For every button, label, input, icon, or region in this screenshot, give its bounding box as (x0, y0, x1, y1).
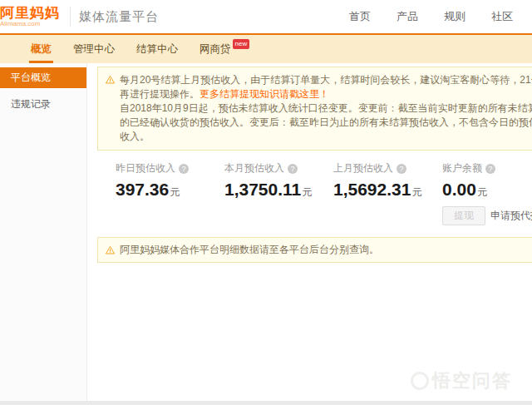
top-header: 阿里妈妈 Alimama.com 媒体流量平台 首页 产品 规则 社区 公告 (0, 0, 532, 33)
wukong-watermark: 悟空问答 (411, 368, 512, 393)
stat-month-income: 本月预估收入 ? 1,3750.11元 (224, 161, 333, 225)
tab-settlement-center[interactable]: 结算中心 (135, 35, 180, 63)
wukong-logo-icon (411, 372, 429, 390)
settlement-notice-text: 每月20号结算上月预估收入，由于结算订单量大，结算时间会较长，建议淘宝客耐心等待… (120, 73, 532, 144)
tab-overview-label: 概览 (31, 42, 52, 57)
watermark-text: 悟空问答 (432, 368, 512, 393)
stat-lastmonth-label: 上月预估收入 (333, 161, 393, 175)
new-badge: new (233, 39, 250, 49)
unit-label: 元 (477, 186, 487, 198)
settlement-knowledge-link[interactable]: 更多结算提现知识请戳这里！ (200, 88, 329, 100)
logo-subtitle: Alimama.com (0, 21, 60, 27)
tab-loan-label: 网商贷 (200, 42, 231, 57)
tab-management-center[interactable]: 管理中心 (71, 35, 116, 63)
alimama-media-traffic-page: 阿里妈妈 Alimama.com 媒体流量平台 首页 产品 规则 社区 公告 概… (0, 0, 532, 405)
tab-settlement-label: 结算中心 (136, 42, 178, 57)
alimama-logo[interactable]: 阿里妈妈 Alimama.com (0, 6, 60, 27)
tab-overview[interactable]: 概览 (29, 35, 53, 63)
bottom-divider (0, 401, 532, 405)
logo-divider (70, 7, 71, 27)
unit-label: 元 (411, 186, 421, 198)
sidebar-item-violation-records[interactable]: 违规记录 (0, 93, 86, 116)
stat-yesterday-income: 昨日预估收入 ? 397.36元 (116, 161, 224, 225)
warning-triangle-icon (105, 245, 116, 255)
warning-triangle-icon (105, 75, 116, 85)
stat-account-balance: 账户余额 ? 0.00元 提现 申请预代扣税金返还 (442, 161, 532, 225)
nav-item-rules[interactable]: 规则 (444, 9, 466, 24)
unit-label: 元 (302, 186, 312, 198)
stat-yesterday-label: 昨日预估收入 (116, 161, 175, 175)
main-tabbar: 概览 管理中心 结算中心 网商贷 new (0, 35, 532, 63)
income-stats-row: 昨日预估收入 ? 397.36元 本月预估收入 ? 1,3750.11元 上月预… (97, 161, 532, 225)
help-icon[interactable]: ? (397, 164, 406, 174)
nav-item-product[interactable]: 产品 (397, 9, 418, 24)
stat-month-value: 1,3750.11元 (224, 180, 333, 200)
stat-lastmonth-income: 上月预估收入 ? 1,5692.31元 (333, 161, 442, 225)
help-icon[interactable]: ? (485, 164, 495, 174)
sidebar-item-platform-overview[interactable]: 平台概览 (0, 67, 86, 88)
main-panel: 每月20号结算上月预估收入，由于结算订单量大，结算时间会较长，建议淘宝客耐心等待… (87, 63, 532, 401)
nav-item-home[interactable]: 首页 (349, 9, 371, 24)
help-icon[interactable]: ? (288, 164, 298, 174)
stat-lastmonth-value: 1,5692.31元 (333, 180, 442, 200)
stat-balance-label: 账户余额 (442, 161, 482, 175)
platform-detail-notice: 阿里妈妈媒体合作平台明细数据请至各平台后台分别查询。 (97, 237, 532, 263)
top-nav: 首页 产品 规则 社区 公告 (349, 0, 532, 33)
settlement-notice: 每月20号结算上月预估收入，由于结算订单量大，结算时间会较长，建议淘宝客耐心等待… (97, 67, 532, 151)
tax-refund-link[interactable]: 申请预代扣税金返还 (490, 209, 532, 223)
unit-label: 元 (170, 186, 180, 198)
platform-detail-notice-text: 阿里妈妈媒体合作平台明细数据请至各平台后台分别查询。 (120, 243, 379, 257)
withdraw-button[interactable]: 提现 (442, 206, 485, 225)
nav-item-community[interactable]: 社区 (491, 9, 513, 24)
stat-balance-value: 0.00元 (442, 180, 532, 200)
settlement-notice-line2: 自2018年10月9日起，预估未结算收入统计口径变更。变更前：截至当前实时更新的… (120, 102, 532, 142)
stat-month-label: 本月预估收入 (224, 161, 284, 175)
help-icon[interactable]: ? (179, 164, 189, 174)
stat-yesterday-value: 397.36元 (116, 180, 224, 200)
logo-title: 阿里妈妈 (0, 6, 60, 20)
page-title: 媒体流量平台 (79, 9, 159, 25)
balance-actions: 提现 申请预代扣税金返还 (442, 206, 532, 225)
content-area: 平台概览 违规记录 每月20号结算上月预估收入，由于结算订单量大，结算时间会较长… (0, 63, 532, 401)
tab-loan[interactable]: 网商贷 new (198, 35, 251, 63)
tab-management-label: 管理中心 (73, 42, 115, 57)
sidebar: 平台概览 违规记录 (0, 63, 87, 401)
